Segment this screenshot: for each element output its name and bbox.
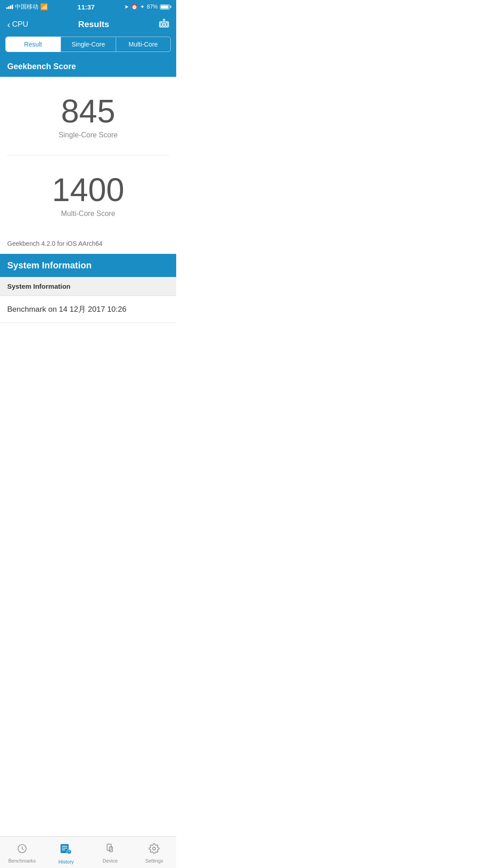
scores-container: 845 Single-Core Score 1400 Multi-Core Sc…: [0, 77, 176, 234]
benchmark-row: Benchmark on 14 12月 2017 10:26: [0, 296, 176, 323]
single-core-score-block: 845 Single-Core Score: [0, 77, 176, 155]
multi-core-score-block: 1400 Multi-Core Score: [0, 155, 176, 234]
tab-result[interactable]: Result: [5, 37, 61, 52]
carrier-label: 中国移动: [15, 3, 38, 11]
svg-rect-0: [160, 23, 162, 26]
page-title: Results: [78, 19, 109, 29]
back-chevron-icon: ‹: [7, 20, 10, 29]
version-info: Geekbench 4.2.0 for iOS AArch64: [0, 234, 176, 254]
back-button[interactable]: ‹ CPU: [7, 20, 28, 29]
geekbench-score-header: Geekbench Score: [0, 56, 176, 77]
battery-percent: 87%: [147, 4, 158, 10]
multi-core-label: Multi-Core Score: [61, 210, 115, 218]
system-info-row: System Information: [0, 277, 176, 296]
status-bar: 中国移动 📶 11:37 ➤ ⏰ ✦ 87%: [0, 0, 176, 14]
single-core-value: 845: [61, 95, 115, 127]
back-label: CPU: [12, 20, 28, 29]
bluetooth-icon: ✦: [140, 4, 145, 10]
multi-core-value: 1400: [52, 174, 124, 206]
tab-multi-core[interactable]: Multi-Core: [116, 37, 171, 52]
wifi-icon: 📶: [40, 3, 48, 10]
svg-rect-2: [163, 23, 165, 26]
system-info-header: System Information: [0, 254, 176, 277]
battery-icon: [160, 5, 170, 9]
alarm-icon: ⏰: [131, 4, 138, 10]
tab-single-core[interactable]: Single-Core: [61, 37, 115, 52]
share-button[interactable]: [159, 18, 169, 30]
nav-header: ‹ CPU Results: [0, 14, 176, 37]
single-core-label: Single-Core Score: [59, 131, 118, 139]
signal-icon: [6, 5, 13, 9]
main-content: 845 Single-Core Score 1400 Multi-Core Sc…: [0, 77, 176, 355]
location-icon: ➤: [124, 4, 129, 10]
segment-control: Result Single-Core Multi-Core: [0, 37, 176, 56]
svg-rect-1: [166, 23, 168, 26]
time-display: 11:37: [77, 3, 94, 11]
share-icon: [159, 18, 169, 28]
